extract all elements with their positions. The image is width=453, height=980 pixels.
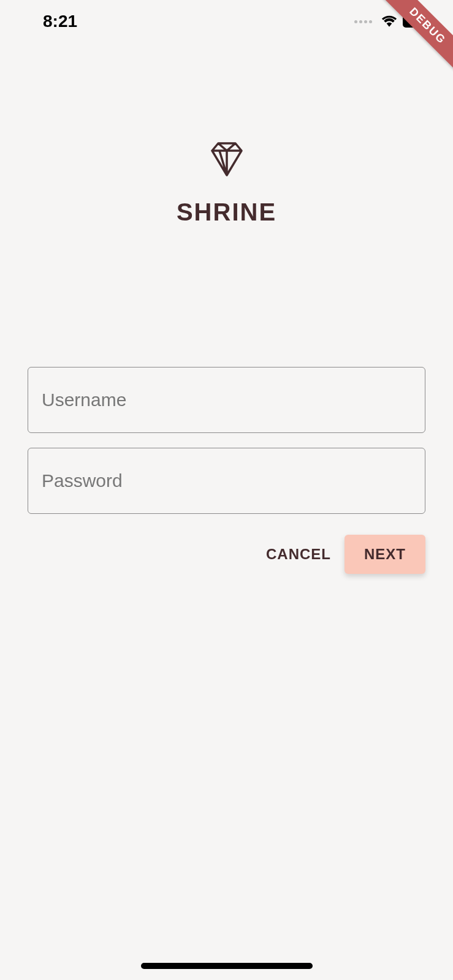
cellular-dots-icon [354,20,372,23]
home-indicator [141,963,313,969]
wifi-icon [381,15,398,28]
next-button[interactable]: NEXT [345,535,425,574]
diamond-icon [207,141,246,180]
button-row: CANCEL NEXT [28,535,425,574]
status-time: 8:21 [43,12,77,31]
password-field[interactable] [28,448,425,514]
logo-section: SHRINE [28,141,425,226]
app-title: SHRINE [28,198,425,226]
cancel-button[interactable]: CANCEL [253,535,345,574]
login-content: SHRINE CANCEL NEXT [0,0,453,574]
status-bar: 8:21 [0,0,453,43]
username-field[interactable] [28,367,425,433]
